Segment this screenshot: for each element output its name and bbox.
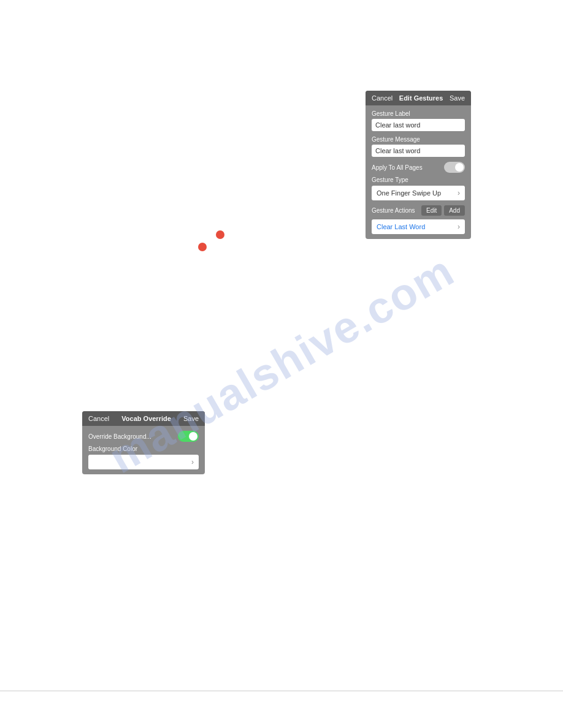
background-color-picker[interactable]: › bbox=[88, 455, 199, 469]
apply-to-all-pages-row: Apply To All Pages bbox=[372, 162, 465, 173]
red-dot-1 bbox=[216, 230, 224, 239]
gesture-actions-buttons: Edit Add bbox=[421, 205, 465, 216]
edit-gestures-title: Edit Gestures bbox=[393, 94, 450, 102]
vocab-override-save-button[interactable]: Save bbox=[183, 415, 199, 422]
watermark: manualshive.com bbox=[0, 0, 563, 728]
gesture-edit-button[interactable]: Edit bbox=[421, 205, 442, 216]
override-background-label: Override Background... bbox=[88, 433, 151, 440]
edit-gestures-body: Gesture Label Gesture Message Apply To A… bbox=[366, 105, 471, 239]
vocab-override-header: Cancel Vocab Override Save bbox=[82, 411, 205, 426]
edit-gestures-cancel-button[interactable]: Cancel bbox=[372, 94, 393, 102]
gesture-actions-row: Gesture Actions Edit Add bbox=[372, 205, 465, 216]
gesture-label-input[interactable] bbox=[372, 119, 465, 131]
bottom-divider bbox=[0, 691, 563, 691]
override-background-row: Override Background... .toggle-switch.on… bbox=[88, 431, 199, 442]
gesture-message-label: Gesture Message bbox=[372, 136, 465, 143]
apply-to-all-pages-label: Apply To All Pages bbox=[372, 164, 423, 171]
background-color-label: Background Color bbox=[88, 446, 199, 452]
gesture-action-text: Clear Last Word bbox=[377, 223, 425, 230]
vocab-override-cancel-button[interactable]: Cancel bbox=[88, 415, 109, 422]
vocab-override-title: Vocab Override bbox=[109, 415, 183, 422]
gesture-actions-label: Gesture Actions bbox=[372, 207, 415, 214]
gesture-type-selector[interactable]: One Finger Swipe Up › bbox=[372, 186, 465, 200]
gesture-action-chevron-icon: › bbox=[458, 222, 460, 231]
apply-to-all-pages-toggle[interactable] bbox=[444, 162, 465, 173]
gesture-label-label: Gesture Label bbox=[372, 110, 465, 117]
background-color-chevron-icon: › bbox=[191, 458, 194, 466]
edit-gestures-panel: Cancel Edit Gestures Save Gesture Label … bbox=[366, 91, 471, 239]
edit-gestures-save-button[interactable]: Save bbox=[450, 94, 465, 102]
gesture-type-value: One Finger Swipe Up bbox=[377, 189, 441, 197]
vocab-override-body: Override Background... .toggle-switch.on… bbox=[82, 426, 205, 474]
red-dot-2 bbox=[198, 243, 207, 251]
vocab-override-panel: Cancel Vocab Override Save Override Back… bbox=[82, 411, 205, 474]
gesture-type-label: Gesture Type bbox=[372, 176, 465, 183]
edit-gestures-header: Cancel Edit Gestures Save bbox=[366, 91, 471, 105]
gesture-add-button[interactable]: Add bbox=[444, 205, 465, 216]
gesture-action-item[interactable]: Clear Last Word › bbox=[372, 219, 465, 234]
gesture-type-chevron-icon: › bbox=[458, 189, 460, 197]
gesture-message-input[interactable] bbox=[372, 145, 465, 157]
override-background-toggle[interactable]: .toggle-switch.on::after { right: 2px; } bbox=[178, 431, 199, 442]
